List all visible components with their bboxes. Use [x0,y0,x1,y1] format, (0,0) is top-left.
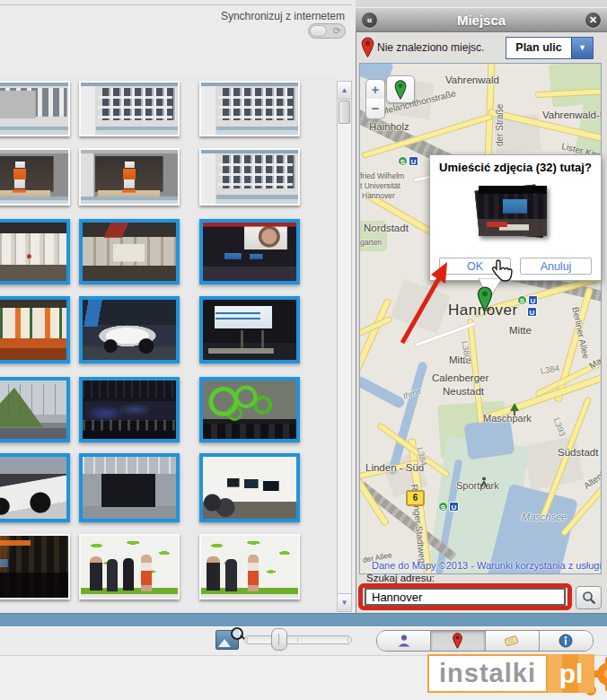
sync-toggle-knob[interactable] [310,25,327,37]
thumbnail-size-slider-track[interactable] [244,635,352,644]
drop-pin-tool-button[interactable] [386,75,415,103]
map-label: Linden - Süd [365,462,424,473]
search-icon [582,591,596,605]
dropdown-arrow-icon[interactable]: ▼ [571,38,593,58]
sync-toggle[interactable]: ⟳ [308,23,346,39]
sbahn-icon: S [517,295,527,305]
photo-thumbnail[interactable] [79,453,180,522]
photo-sc-greencircles [203,381,296,439]
scroll-up-button[interactable]: ▲ [338,82,351,100]
photo-thumbnail[interactable] [0,453,70,522]
map-label: Calenberger [432,372,488,383]
photo-thumbnail[interactable] [0,81,70,136]
photo-thumbnail[interactable] [199,377,300,442]
map-label: Maschsee [522,512,567,522]
map-label: Hainholz [369,121,409,132]
photo-thumbnail[interactable] [79,296,180,363]
photo-stack-front [479,186,547,236]
photo-thumbnail[interactable] [79,377,180,442]
photo-thumbnail[interactable] [199,534,300,599]
sbahn-icon: S [438,502,448,512]
water-area [359,375,406,410]
no-places-status: Nie znaleziono miejsc. [377,41,484,54]
sync-icon: ⟳ [333,24,341,38]
map-label: Südstadt [558,447,598,458]
place-pin-icon [452,633,463,649]
map-zoom-out-button[interactable]: − [365,99,385,119]
map-label: Vahrenwald [445,74,499,85]
info-icon [559,634,573,648]
photo-sc-racecar [0,457,66,519]
logo-text: instalki [439,659,536,688]
map-label: Altenb [582,468,602,491]
draggable-green-pin[interactable] [477,286,493,311]
photo-sc-shot [201,83,298,135]
photo-sc-pyramid [0,381,66,439]
map-label: Nordstadt [364,223,409,233]
map-label: Vahrenwald-Lis [542,109,602,120]
scrollbar-thumb[interactable] [339,101,350,124]
map-label: L384 [540,363,560,376]
photo-sc-pearl [81,536,178,598]
panel-top-strip [356,0,607,7]
logo-tld-text: pl [559,659,584,689]
tags-view-button[interactable] [486,631,540,651]
photo-thumbnail[interactable] [79,148,180,206]
cancel-button[interactable]: Anuluj [520,258,592,275]
annotation-arrow [393,260,456,348]
map-label: Hannover [362,191,395,200]
photo-thumbnail[interactable] [0,148,70,206]
logo-tld-box: pl [548,654,594,693]
places-panel-header: Miejsca « ✕ [356,7,607,32]
photo-thumbnail[interactable] [79,81,180,136]
map-label: der Straße [495,104,505,146]
map-type-value: Plan ulic [506,38,571,58]
panel-close-button[interactable]: ✕ [585,13,601,28]
places-view-button[interactable] [431,631,485,651]
photo-thumbnail[interactable] [199,219,300,284]
map-label: Maschpark [483,413,532,424]
photo-sc-shot2 [0,83,68,135]
photo-sc-darkhall [83,381,176,439]
photo-thumbnail[interactable] [199,453,300,522]
photo-thumbnail[interactable] [0,377,70,442]
photo-thumbnail[interactable] [79,534,180,599]
map-label: Sportpark [456,480,499,491]
panel-collapse-button[interactable]: « [362,13,377,28]
view-mode-segmented-control [376,630,594,652]
photo-sc-shot [201,150,298,204]
thumbnail-size-slider-handle[interactable] [271,628,287,651]
photo-thumbnail[interactable] [0,219,70,284]
pedestrian-icon [479,477,488,488]
logo-text-box: instalki [427,654,548,693]
photo-thumbnail[interactable] [199,296,300,363]
search-address-label: Szukaj adresu: [366,573,435,583]
map-zoom-in-button[interactable]: + [365,79,385,100]
route-6-badge: 6 [406,490,425,506]
grid-scrollbar[interactable]: ▲ ▼ [337,81,352,612]
map-label: t Universität [360,181,400,190]
ubahn-icon: U [528,295,538,305]
map-copyright-link[interactable]: Dane do Mapy ©2013 - Warunki korzystania… [372,560,602,571]
info-view-button[interactable] [540,631,593,651]
photo-thumbnail[interactable] [0,534,70,599]
photo-sc-robot [0,150,68,204]
photo-sc-orange [0,536,68,598]
map-label: Mitte [509,325,532,336]
photo-sc-robot2 [81,150,178,204]
photo-grid [0,76,336,612]
people-view-button[interactable] [377,631,431,651]
scroll-down-button[interactable]: ▼ [338,593,351,611]
map-label: fried Wilhelm [360,171,404,180]
photo-sc-shot [81,83,178,135]
photo-thumbnail[interactable] [79,219,180,284]
photo-thumbnail[interactable] [199,81,300,136]
map-type-dropdown[interactable]: Plan ulic ▼ [506,37,594,59]
photo-sc-india [0,300,66,360]
photo-thumbnail[interactable] [199,148,300,206]
photo-sc-face [203,223,296,281]
red-highlight-box [358,583,572,610]
search-button[interactable] [576,586,602,609]
photo-thumbnail[interactable] [0,296,70,363]
map-label: L393 [552,416,568,438]
